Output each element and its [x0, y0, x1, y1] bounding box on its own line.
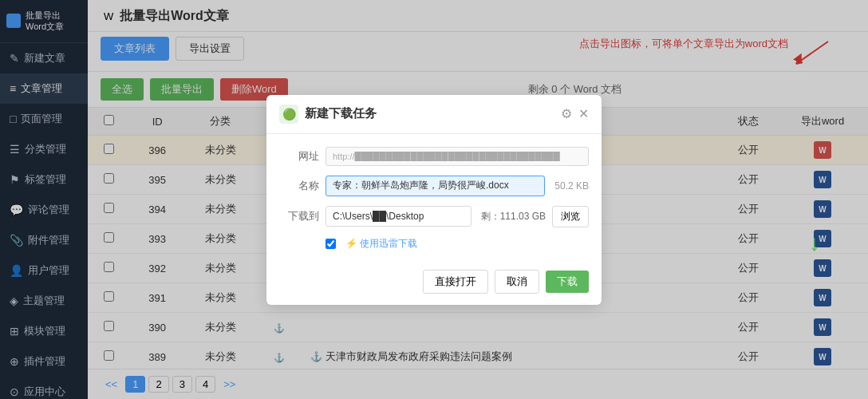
download-to-row: 下载到 剩：111.03 GB 浏览 [279, 206, 589, 227]
direct-open-button[interactable]: 直接打开 [423, 270, 488, 294]
url-row: 网址 [279, 147, 589, 166]
download-to-label: 下载到 [279, 209, 319, 223]
download-modal: 🟢 新建下载任务 ⚙ ✕ 网址 名称 50.2 KB 下载到 [266, 95, 602, 305]
download-button[interactable]: 下载 [546, 271, 589, 293]
remaining-space-label: 剩：111.03 GB [481, 210, 546, 223]
modal-title: 新建下载任务 [305, 106, 554, 121]
cancel-button[interactable]: 取消 [495, 270, 539, 294]
modal-logo-icon: 🟢 [279, 105, 298, 124]
modal-body: 网址 名称 50.2 KB 下载到 剩：111.03 GB 浏览 [266, 134, 602, 263]
modal-close-button[interactable]: ✕ [578, 106, 589, 121]
thunder-checkbox[interactable] [326, 239, 336, 249]
name-label: 名称 [279, 179, 319, 193]
modal-header-actions: ⚙ ✕ [561, 106, 589, 121]
browse-button[interactable]: 浏览 [552, 206, 589, 227]
file-size-label: 50.2 KB [554, 180, 589, 192]
down-arrow-indicator: ↓ [809, 231, 820, 256]
thunder-download-link[interactable]: ⚡ 使用迅雷下载 [345, 237, 417, 251]
modal-overlay: 🟢 新建下载任务 ⚙ ✕ 网址 名称 50.2 KB 下载到 [0, 0, 868, 399]
thunder-row: ⚡ 使用迅雷下载 ↓ [279, 237, 589, 251]
modal-header: 🟢 新建下载任务 ⚙ ✕ [266, 95, 602, 134]
modal-settings-button[interactable]: ⚙ [561, 106, 572, 121]
modal-footer: 直接打开 取消 下载 [266, 263, 602, 305]
url-input[interactable] [326, 147, 589, 166]
url-label: 网址 [279, 149, 319, 164]
thunder-icon: ⚡ [345, 238, 357, 249]
download-path-input[interactable] [326, 206, 471, 227]
filename-input[interactable] [326, 176, 545, 196]
name-row: 名称 50.2 KB [279, 176, 589, 196]
